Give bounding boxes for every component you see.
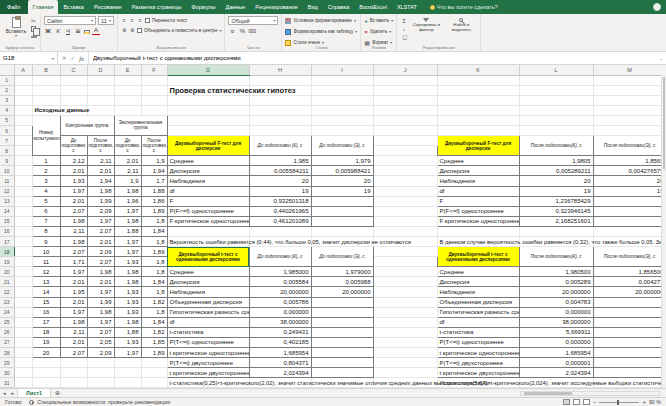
tab-file[interactable]: Файл: [0, 0, 28, 14]
cell-I1[interactable]: [311, 75, 373, 85]
cell-F17[interactable]: 1,8: [141, 237, 167, 247]
cell-G11[interactable]: Наблюдения: [167, 176, 249, 186]
align-bottom-icon[interactable]: ≡: [137, 16, 143, 24]
cell-M29[interactable]: [593, 358, 666, 368]
vertical-scrollbar-thumb[interactable]: [663, 77, 665, 169]
cell-K7[interactable]: Двухвыборочный F-тест для дисперсии: [437, 136, 519, 156]
cell-K4[interactable]: [437, 105, 519, 115]
cell-J7[interactable]: [373, 136, 437, 146]
format-as-table-button[interactable]: Форматировать как таблицу▾: [285, 27, 357, 36]
cell-M24[interactable]: [593, 307, 666, 317]
cell-F14[interactable]: 1,89: [141, 206, 167, 216]
cell-A4[interactable]: [14, 105, 32, 115]
cell-K31[interactable]: t-статистика(5,67)>t-критического(2,024)…: [437, 378, 519, 388]
cell-I9[interactable]: 1,979: [311, 156, 373, 166]
cell-L25[interactable]: 38,000000: [519, 317, 593, 327]
cell-E20[interactable]: 1,98: [114, 267, 141, 277]
cell-K6[interactable]: [437, 125, 519, 135]
col-header-J[interactable]: J: [373, 65, 437, 75]
cell-I18[interactable]: До подготовки (Э), с: [311, 247, 373, 267]
zoom-level[interactable]: 90 %: [649, 399, 661, 405]
sort-filter-button[interactable]: Сортировка и фильтр: [410, 16, 442, 40]
cell-L30[interactable]: 2,024394: [519, 368, 593, 378]
row-header-9[interactable]: 9: [0, 156, 14, 166]
tab-рисование[interactable]: Рисование: [89, 0, 127, 14]
cell-A16[interactable]: [14, 226, 32, 236]
sheet-nav-right-icon[interactable]: ▸: [9, 389, 18, 397]
cell-E12[interactable]: 1,98: [114, 186, 141, 196]
cell-M22[interactable]: 20,000000: [593, 287, 666, 297]
cell-B16[interactable]: 8: [32, 226, 60, 236]
font-color-button[interactable]: А: [92, 27, 100, 35]
cell-E11[interactable]: 1,9: [114, 176, 141, 186]
tab-вид[interactable]: Вид: [303, 0, 323, 14]
row-header-21[interactable]: 21: [0, 277, 14, 287]
cell-F16[interactable]: 1,84: [141, 226, 167, 236]
col-header-G[interactable]: G: [167, 65, 249, 75]
cell-C5[interactable]: Контрольная группа: [60, 115, 114, 135]
cell-D10[interactable]: 2,01: [87, 166, 114, 176]
row-header-12[interactable]: 12: [0, 186, 14, 196]
new-sheet-icon[interactable]: ⊕: [51, 389, 64, 397]
col-header-D[interactable]: D: [87, 65, 114, 75]
cell-J10[interactable]: [373, 166, 437, 176]
cell-C9[interactable]: 2,12: [60, 156, 87, 166]
cell-A17[interactable]: [14, 237, 32, 247]
cell-A30[interactable]: [14, 368, 32, 378]
cell-G23[interactable]: Объединенная дисперсия: [167, 297, 249, 307]
cell-D1[interactable]: [87, 75, 114, 85]
tab-разметка-страницы[interactable]: Разметка страницы: [127, 0, 187, 14]
cell-B15[interactable]: 7: [32, 216, 60, 226]
cell-E28[interactable]: 1,97: [114, 348, 141, 358]
cell-H27[interactable]: 0,402185: [249, 337, 311, 347]
cell-C13[interactable]: 2,01: [60, 196, 87, 206]
cell-A18[interactable]: [14, 247, 32, 257]
cell-K30[interactable]: t критическое двухстороннее: [437, 368, 519, 378]
cell-E18[interactable]: 1,97: [114, 247, 141, 257]
cell-G6[interactable]: [167, 125, 249, 135]
zoom-slider-thumb[interactable]: [617, 400, 619, 405]
horizontal-scrollbar-thumb[interactable]: [524, 392, 572, 395]
cell-A14[interactable]: [14, 206, 32, 216]
row-header-24[interactable]: 24: [0, 307, 14, 317]
formula-input[interactable]: Двухвыборочный t-тест с одинаковыми дисп…: [89, 52, 656, 64]
cell-K27[interactable]: P(T<=t) одностороннее: [437, 337, 519, 347]
cell-E3[interactable]: [114, 95, 141, 105]
cell-B2[interactable]: [32, 85, 60, 95]
cell-I16[interactable]: [311, 226, 373, 236]
insert-function-icon[interactable]: fx: [79, 55, 84, 62]
cell-K23[interactable]: Объединенная дисперсия: [437, 297, 519, 307]
cell-K17[interactable]: В данном случае вероятность ошибки равня…: [437, 237, 519, 247]
cell-K18[interactable]: Двухвыборочный t-тест с одинаковыми дисп…: [437, 247, 519, 267]
row-header-26[interactable]: 26: [0, 327, 14, 337]
cancel-icon[interactable]: ✕: [62, 55, 67, 61]
sheet-tab-list1[interactable]: Лист1: [17, 389, 51, 397]
cell-G1[interactable]: [167, 75, 249, 85]
cell-C29[interactable]: [60, 358, 87, 368]
cell-M15[interactable]: [593, 216, 666, 226]
cell-J1[interactable]: [373, 75, 437, 85]
cell-C15[interactable]: 1,98: [60, 216, 87, 226]
row-header-20[interactable]: 20: [0, 267, 14, 277]
page-layout-view-icon[interactable]: [573, 399, 580, 405]
cell-E25[interactable]: 1,98: [114, 317, 141, 327]
tab-вставка[interactable]: Вставка: [58, 0, 88, 14]
cell-D17[interactable]: 2,01: [87, 237, 114, 247]
cell-H10[interactable]: 0,005584211: [249, 166, 311, 176]
row-header-8[interactable]: 8: [0, 146, 14, 156]
cell-J29[interactable]: [373, 358, 437, 368]
row-header-15[interactable]: 15: [0, 216, 14, 226]
col-header-C[interactable]: C: [60, 65, 87, 75]
cell-M6[interactable]: [593, 125, 666, 135]
cell-A2[interactable]: [14, 85, 32, 95]
normal-view-icon[interactable]: [563, 399, 570, 405]
col-header-B[interactable]: B: [32, 65, 60, 75]
cell-H29[interactable]: 0,804371: [249, 358, 311, 368]
cell-F25[interactable]: 1,84: [141, 317, 167, 327]
cell-G5[interactable]: [167, 115, 249, 125]
cell-C3[interactable]: [60, 95, 87, 105]
cell-L9[interactable]: 1,9805: [519, 156, 593, 166]
col-header-M[interactable]: M: [593, 65, 666, 75]
cell-I30[interactable]: [311, 368, 373, 378]
cell-G3[interactable]: [167, 95, 249, 105]
